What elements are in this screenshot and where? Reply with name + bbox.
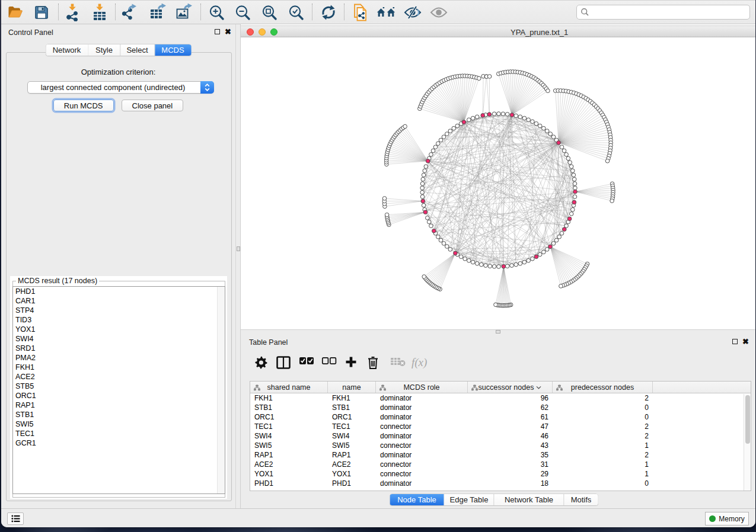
network-node[interactable]	[518, 115, 522, 119]
mcds-node[interactable]	[481, 114, 485, 118]
table-cell[interactable]: YOX1	[328, 469, 376, 479]
network-node[interactable]	[545, 129, 549, 133]
network-node[interactable]	[484, 264, 488, 268]
network-node[interactable]	[497, 265, 501, 269]
network-node[interactable]	[385, 213, 389, 217]
network-node[interactable]	[505, 113, 509, 117]
table-cell[interactable]: dominator	[376, 479, 468, 488]
table-row[interactable]: ACE2ACE2connector311	[250, 460, 751, 469]
table-cell[interactable]: 0	[553, 479, 653, 488]
memory-button[interactable]: Memory	[705, 512, 749, 525]
mcds-result-item[interactable]: SRD1	[13, 344, 225, 353]
network-node[interactable]	[423, 169, 427, 173]
network-node[interactable]	[494, 303, 498, 307]
network-node[interactable]	[538, 252, 542, 257]
network-node[interactable]	[557, 235, 562, 239]
network-node[interactable]	[501, 112, 505, 116]
network-node[interactable]	[439, 138, 443, 142]
network-node[interactable]	[431, 149, 435, 153]
network-node[interactable]	[542, 250, 546, 254]
mcds-node[interactable]	[426, 159, 430, 164]
network-node[interactable]	[488, 264, 492, 268]
network-node[interactable]	[475, 262, 479, 266]
table-scrollbar[interactable]	[744, 394, 751, 491]
table-cell[interactable]: ACE2	[250, 460, 328, 469]
network-node[interactable]	[422, 275, 426, 279]
close-panel-icon[interactable]: ✖	[742, 339, 749, 344]
table-row[interactable]: PHD1PHD1dominator180	[250, 479, 751, 488]
frame-minimize-icon[interactable]	[259, 28, 266, 36]
network-node[interactable]	[467, 118, 471, 122]
table-row[interactable]: STB1STB1dominator620	[250, 403, 751, 412]
table-cell[interactable]: FKH1	[250, 393, 328, 403]
network-node[interactable]	[542, 126, 546, 130]
network-node[interactable]	[497, 112, 501, 116]
table-cell[interactable]: RAP1	[250, 450, 328, 460]
network-node[interactable]	[518, 262, 522, 266]
network-node[interactable]	[573, 182, 577, 186]
table-tab-network-table[interactable]: Network Table	[495, 494, 564, 505]
network-node[interactable]	[477, 76, 481, 81]
table-cell[interactable]: ORC1	[328, 412, 376, 422]
column-header-successor-nodes[interactable]: successor nodes	[468, 382, 553, 393]
network-node[interactable]	[422, 203, 426, 207]
network-node[interactable]	[571, 208, 575, 212]
mcds-result-item[interactable]: CAR1	[13, 296, 225, 306]
float-panel-icon[interactable]	[215, 29, 220, 34]
mcds-result-item[interactable]: ORC1	[13, 391, 225, 400]
table-cell[interactable]: PHD1	[328, 479, 376, 488]
refresh-icon[interactable]	[319, 3, 338, 22]
network-node[interactable]	[531, 257, 535, 261]
network-node[interactable]	[569, 212, 573, 216]
network-node[interactable]	[403, 124, 407, 129]
add-icon[interactable]	[345, 356, 357, 368]
mcds-result-item[interactable]: STB1	[13, 410, 225, 419]
network-node[interactable]	[573, 195, 577, 199]
network-node[interactable]	[560, 232, 564, 236]
table-row[interactable]: SWI5SWI5connector431	[250, 441, 751, 450]
network-node[interactable]	[505, 264, 509, 268]
network-node[interactable]	[480, 262, 484, 267]
network-node[interactable]	[445, 132, 449, 136]
control-tab-style[interactable]: Style	[88, 44, 120, 56]
task-history-button[interactable]	[7, 512, 24, 525]
table-cell[interactable]: 35	[468, 450, 553, 460]
open-file-icon[interactable]	[6, 3, 25, 22]
table-cell[interactable]: STB1	[328, 403, 376, 412]
network-node[interactable]	[487, 75, 492, 79]
table-cell[interactable]: 2	[553, 431, 653, 441]
table-cell[interactable]: dominator	[376, 403, 468, 412]
network-node[interactable]	[569, 165, 573, 169]
network-node[interactable]	[455, 124, 460, 128]
mcds-result-item[interactable]: YOX1	[13, 325, 225, 334]
table-cell[interactable]: SWI5	[328, 441, 376, 450]
mcds-node[interactable]	[548, 245, 553, 249]
network-node[interactable]	[475, 115, 479, 119]
network-node[interactable]	[527, 118, 531, 122]
table-cell[interactable]: 1	[553, 469, 653, 479]
network-node[interactable]	[467, 259, 471, 263]
network-node[interactable]	[424, 165, 428, 169]
column-header-name[interactable]: name	[328, 382, 376, 393]
function-icon[interactable]: f(x)	[412, 356, 427, 369]
table-cell[interactable]: RAP1	[328, 450, 376, 460]
table-cell[interactable]: connector	[376, 460, 468, 469]
table-row[interactable]: TEC1TEC1connector472	[250, 422, 751, 431]
network-frame-titlebar[interactable]: YPA_prune.txt_1	[241, 25, 755, 37]
mcds-node[interactable]	[572, 200, 576, 204]
network-node[interactable]	[421, 177, 425, 181]
column-header-MCDS-role[interactable]: MCDS role	[376, 382, 468, 393]
zoom-in-icon[interactable]	[207, 3, 226, 22]
network-node[interactable]	[548, 132, 553, 136]
network-node[interactable]	[422, 173, 426, 177]
mcds-result-scrollbar[interactable]	[217, 287, 225, 493]
table-tab-node-table[interactable]: Node Table	[390, 494, 445, 505]
mcds-node[interactable]	[432, 229, 436, 233]
network-node[interactable]	[442, 135, 446, 139]
mcds-node[interactable]	[557, 141, 561, 145]
horizontal-splitter[interactable]	[241, 329, 755, 334]
gear-icon[interactable]	[254, 356, 267, 369]
control-tab-mcds[interactable]: MCDS	[155, 44, 191, 56]
table-cell[interactable]: dominator	[376, 412, 468, 422]
table-cell[interactable]: PHD1	[250, 479, 328, 488]
